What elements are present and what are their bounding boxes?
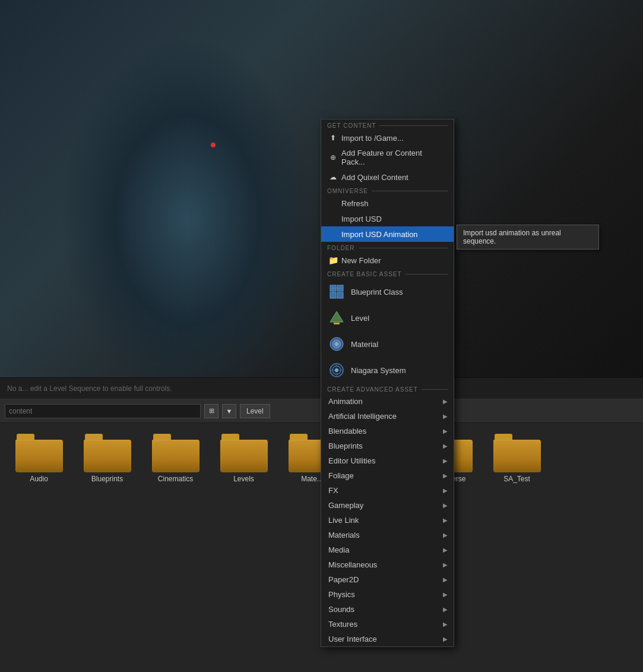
refresh-icon xyxy=(328,198,338,208)
menu-label-blendables: Blendables xyxy=(328,427,366,436)
menu-item-import-to-game[interactable]: ⬆ Import to /Game... xyxy=(321,130,454,146)
section-create-basic: CREATE BASIC ASSET xyxy=(321,268,454,279)
folder-item-blueprints[interactable]: Blueprints xyxy=(73,429,141,488)
folder-label-levels: Levels xyxy=(233,475,254,483)
folder-item-audio[interactable]: Audio xyxy=(5,429,73,488)
menu-label-blueprints: Blueprints xyxy=(328,441,363,450)
menu-label-blueprint-class: Blueprint Class xyxy=(351,288,403,296)
menu-label-user-interface: User Interface xyxy=(328,635,377,643)
menu-item-materials[interactable]: Materials ▶ xyxy=(321,528,454,542)
menu-item-gameplay[interactable]: Gameplay ▶ xyxy=(321,498,454,513)
folder-label-blueprints: Blueprints xyxy=(91,475,123,483)
import-usd-anim-icon xyxy=(328,229,338,239)
menu-item-blendables[interactable]: Blendables ▶ xyxy=(321,424,454,438)
menu-item-paper2d[interactable]: Paper2D ▶ xyxy=(321,572,454,587)
svg-marker-6 xyxy=(330,311,343,322)
arrow-icon: ▶ xyxy=(443,517,448,523)
menu-label-add-quixel: Add Quixel Content xyxy=(341,173,408,182)
menu-item-import-usd-animation[interactable]: Import USD Animation xyxy=(321,226,454,242)
arrow-icon: ▶ xyxy=(443,458,448,464)
folder-icon-blueprints xyxy=(84,434,131,472)
arrow-icon: ▶ xyxy=(443,576,448,583)
menu-label-artificial-intelligence: Artificial Intelligence xyxy=(328,412,397,421)
arrow-icon: ▶ xyxy=(443,398,448,405)
section-folder: FOLDER xyxy=(321,242,454,253)
svg-point-10 xyxy=(335,342,338,346)
arrow-icon: ▶ xyxy=(443,532,448,538)
menu-label-animation: Animation xyxy=(328,397,363,406)
import-icon: ⬆ xyxy=(328,133,338,143)
menu-item-live-link[interactable]: Live Link ▶ xyxy=(321,513,454,528)
red-dot-indicator xyxy=(211,143,216,147)
menu-item-material[interactable]: Material xyxy=(321,331,454,357)
quixel-icon: ☁ xyxy=(328,172,338,182)
menu-label-foliage: Foliage xyxy=(328,471,354,480)
menu-item-editor-utilities[interactable]: Editor Utilities ▶ xyxy=(321,453,454,468)
folder-item-cinematics[interactable]: Cinematics xyxy=(141,429,210,488)
menu-item-niagara-system[interactable]: Niagara System xyxy=(321,357,454,383)
svg-rect-7 xyxy=(334,323,340,324)
menu-item-media[interactable]: Media ▶ xyxy=(321,542,454,557)
menu-label-new-folder: New Folder xyxy=(341,256,381,265)
import-usd-icon xyxy=(328,214,338,223)
menu-label-textures: Textures xyxy=(328,620,357,629)
arrow-icon: ▶ xyxy=(443,547,448,553)
arrow-icon: ▶ xyxy=(443,472,448,479)
menu-item-blueprints[interactable]: Blueprints ▶ xyxy=(321,438,454,453)
menu-label-niagara-system: Niagara System xyxy=(351,366,406,375)
menu-item-sounds[interactable]: Sounds ▶ xyxy=(321,602,454,617)
character-viewport xyxy=(59,36,315,404)
timeline-message: No a... edit a Level Sequence to enable … xyxy=(7,384,172,393)
menu-item-fx[interactable]: FX ▶ xyxy=(321,483,454,498)
filter-button[interactable]: ▼ xyxy=(222,404,236,418)
menu-label-sounds: Sounds xyxy=(328,605,354,614)
menu-label-materials: Materials xyxy=(328,531,360,540)
menu-item-user-interface[interactable]: User Interface ▶ xyxy=(321,632,454,646)
menu-item-add-quixel[interactable]: ☁ Add Quixel Content xyxy=(321,169,454,185)
svg-rect-3 xyxy=(337,292,343,298)
menu-label-media: Media xyxy=(328,545,349,554)
arrow-icon: ▶ xyxy=(443,591,448,598)
folder-item-levels[interactable]: Levels xyxy=(210,429,278,488)
arrow-icon: ▶ xyxy=(443,636,448,642)
menu-item-new-folder[interactable]: 📁 New Folder xyxy=(321,253,454,268)
arrow-icon: ▶ xyxy=(443,606,448,613)
folder-item-sa-test[interactable]: SA_Test xyxy=(483,429,551,488)
menu-label-miscellaneous: Miscellaneous xyxy=(328,560,377,569)
menu-label-material: Material xyxy=(351,340,378,349)
add-feature-icon: ⊕ xyxy=(328,153,338,162)
menu-label-import-usd: Import USD xyxy=(341,214,382,223)
search-input[interactable] xyxy=(5,404,201,418)
menu-label-fx: FX xyxy=(328,486,338,495)
arrow-icon: ▶ xyxy=(443,443,448,449)
level-filter-button[interactable]: Level xyxy=(240,404,270,418)
menu-label-editor-utilities: Editor Utilities xyxy=(328,456,375,465)
menu-item-foliage[interactable]: Foliage ▶ xyxy=(321,468,454,483)
menu-label-refresh: Refresh xyxy=(341,199,369,208)
menu-item-blueprint-class[interactable]: Blueprint Class xyxy=(321,279,454,305)
menu-item-import-usd[interactable]: Import USD xyxy=(321,211,454,226)
niagara-icon xyxy=(328,362,345,378)
section-get-content: GET CONTENT xyxy=(321,119,454,130)
folder-label-audio: Audio xyxy=(30,475,48,483)
menu-label-physics: Physics xyxy=(328,590,355,599)
tooltip-text: Import usd animation as unreal sequence. xyxy=(463,229,561,245)
folder-icon-sa-test xyxy=(493,434,541,472)
menu-item-miscellaneous[interactable]: Miscellaneous ▶ xyxy=(321,557,454,572)
section-create-advanced: CREATE ADVANCED ASSET xyxy=(321,383,454,394)
menu-item-textures[interactable]: Textures ▶ xyxy=(321,617,454,632)
menu-label-gameplay: Gameplay xyxy=(328,501,363,510)
arrow-icon: ▶ xyxy=(443,561,448,568)
blueprint-class-icon xyxy=(328,283,345,300)
menu-item-refresh[interactable]: Refresh xyxy=(321,195,454,211)
folder-label-cinematics: Cinematics xyxy=(158,475,193,483)
view-options-button[interactable]: ⊞ xyxy=(204,404,218,418)
menu-item-add-feature[interactable]: ⊕ Add Feature or Content Pack... xyxy=(321,146,454,169)
arrow-icon: ▶ xyxy=(443,413,448,419)
menu-item-level[interactable]: Level xyxy=(321,305,454,331)
menu-item-physics[interactable]: Physics ▶ xyxy=(321,587,454,602)
menu-item-artificial-intelligence[interactable]: Artificial Intelligence ▶ xyxy=(321,409,454,424)
material-icon xyxy=(328,336,345,352)
menu-item-animation[interactable]: Animation ▶ xyxy=(321,394,454,409)
menu-label-level: Level xyxy=(351,314,369,323)
